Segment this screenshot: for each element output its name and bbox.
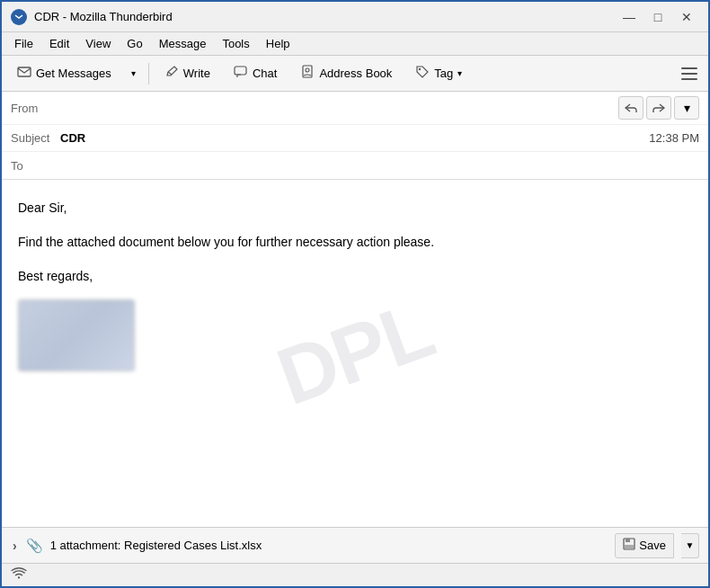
menu-edit[interactable]: Edit bbox=[42, 35, 76, 52]
more-actions-button[interactable]: ▾ bbox=[674, 96, 699, 120]
get-messages-dropdown[interactable]: ▾ bbox=[125, 60, 143, 87]
attachment-expand-icon[interactable]: › bbox=[11, 537, 19, 555]
svg-point-5 bbox=[419, 68, 421, 70]
menu-go[interactable]: Go bbox=[120, 35, 149, 52]
attachment-thumb-inner bbox=[19, 300, 134, 370]
save-label: Save bbox=[639, 539, 666, 552]
main-window: CDR - Mozilla Thunderbird — □ ✕ File Edi… bbox=[0, 0, 710, 588]
reply-button[interactable] bbox=[618, 96, 643, 120]
svg-rect-11 bbox=[625, 545, 634, 548]
minimize-button[interactable]: — bbox=[617, 7, 642, 27]
email-body: DPL Dear Sir, Find the attached document… bbox=[2, 180, 708, 527]
attachment-info: 1 attachment: Registered Cases List.xlsx bbox=[50, 539, 608, 552]
menu-view[interactable]: View bbox=[78, 35, 118, 52]
svg-rect-7 bbox=[681, 73, 697, 75]
subject-row: Subject CDR 12:38 PM bbox=[2, 125, 708, 152]
to-row: To bbox=[2, 152, 708, 179]
connection-icon bbox=[11, 566, 27, 584]
svg-rect-6 bbox=[681, 67, 697, 69]
watermark: DPL bbox=[266, 283, 445, 423]
write-label: Write bbox=[183, 67, 210, 80]
tag-dropdown-arrow: ▾ bbox=[457, 68, 462, 78]
email-line1: Find the attached document below you for… bbox=[18, 232, 692, 254]
to-label: To bbox=[11, 159, 60, 173]
svg-rect-2 bbox=[235, 67, 246, 75]
from-label: From bbox=[11, 102, 60, 115]
save-dropdown-button[interactable]: ▼ bbox=[681, 533, 699, 558]
address-book-button[interactable]: Address Book bbox=[290, 60, 402, 87]
save-attachment-button[interactable]: Save bbox=[615, 533, 674, 558]
attachment-thumbnail bbox=[18, 299, 135, 371]
tag-icon bbox=[415, 65, 430, 82]
write-icon bbox=[164, 65, 179, 82]
svg-point-4 bbox=[306, 68, 309, 72]
maximize-button[interactable]: □ bbox=[645, 7, 670, 27]
tag-label: Tag bbox=[434, 67, 453, 80]
svg-rect-10 bbox=[626, 539, 630, 542]
get-messages-label: Get Messages bbox=[36, 67, 111, 80]
toolbar-divider-1 bbox=[148, 63, 149, 85]
app-icon bbox=[11, 9, 27, 25]
menu-message[interactable]: Message bbox=[152, 35, 214, 52]
menu-help[interactable]: Help bbox=[259, 35, 297, 52]
chat-button[interactable]: Chat bbox=[224, 60, 287, 87]
attachment-bar: › 📎 1 attachment: Registered Cases List.… bbox=[2, 527, 708, 563]
write-button[interactable]: Write bbox=[155, 60, 220, 87]
save-dropdown-arrow: ▼ bbox=[686, 540, 695, 550]
toolbar: Get Messages ▾ Write Chat bbox=[2, 56, 708, 92]
email-body-text: Dear Sir, Find the attached document bel… bbox=[18, 198, 692, 287]
email-line2: Best regards, bbox=[18, 266, 692, 288]
menu-bar: File Edit View Go Message Tools Help bbox=[2, 32, 708, 56]
chat-label: Chat bbox=[253, 67, 277, 80]
subject-label: Subject bbox=[11, 131, 60, 145]
address-book-icon bbox=[300, 65, 315, 82]
title-bar: CDR - Mozilla Thunderbird — □ ✕ bbox=[2, 2, 708, 32]
svg-point-0 bbox=[13, 12, 24, 22]
hamburger-menu-button[interactable] bbox=[676, 60, 703, 87]
menu-tools[interactable]: Tools bbox=[215, 35, 256, 52]
email-actions: ▾ bbox=[618, 96, 699, 120]
save-icon bbox=[623, 538, 635, 553]
window-title: CDR - Mozilla Thunderbird bbox=[34, 10, 617, 23]
email-timestamp: 12:38 PM bbox=[649, 131, 699, 145]
window-controls: — □ ✕ bbox=[617, 7, 699, 27]
subject-value: CDR bbox=[60, 131, 649, 145]
close-button[interactable]: ✕ bbox=[674, 7, 699, 27]
email-header: From ▾ Subject CD bbox=[2, 92, 708, 180]
forward-button[interactable] bbox=[646, 96, 671, 120]
status-bar bbox=[2, 563, 708, 586]
attachment-clip-icon: 📎 bbox=[26, 538, 43, 554]
svg-rect-1 bbox=[18, 67, 31, 76]
get-messages-icon bbox=[17, 65, 31, 82]
email-greeting: Dear Sir, bbox=[18, 198, 692, 219]
chat-icon bbox=[234, 65, 248, 82]
menu-file[interactable]: File bbox=[7, 35, 40, 52]
from-row: From ▾ bbox=[2, 92, 708, 125]
address-book-label: Address Book bbox=[319, 67, 392, 80]
tag-button[interactable]: Tag ▾ bbox=[405, 60, 472, 87]
svg-rect-8 bbox=[681, 78, 697, 80]
get-messages-button[interactable]: Get Messages bbox=[7, 60, 121, 87]
